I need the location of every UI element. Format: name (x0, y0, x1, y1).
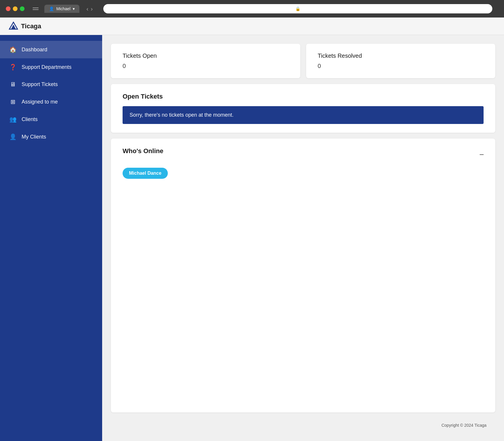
sidebar-item-support-departments[interactable]: ❓ Support Departments (0, 58, 102, 76)
open-tickets-title: Open Tickets (123, 93, 484, 100)
question-icon: ❓ (9, 64, 17, 71)
main-layout: 🏠 Dashboard ❓ Support Departments 🖥 Supp… (0, 35, 504, 441)
sidebar-toggle-button[interactable] (33, 6, 40, 12)
sidebar-item-support-tickets[interactable]: 🖥 Support Tickets (0, 76, 102, 93)
tab-title: Michael (56, 6, 70, 11)
tab-dropdown-icon: ▾ (73, 6, 75, 11)
home-icon: 🏠 (9, 46, 17, 53)
browser-tab[interactable]: 👤 Michael ▾ (44, 5, 79, 13)
forward-button[interactable]: › (91, 6, 93, 12)
sidebar-item-assigned-to-me[interactable]: ⊞ Assigned to me (0, 93, 102, 111)
sidebar: 🏠 Dashboard ❓ Support Departments 🖥 Supp… (0, 35, 102, 441)
logo-text: Ticaga (21, 22, 41, 30)
whos-online-title: Who's Online (123, 147, 163, 155)
tickets-resolved-label: Tickets Resolved (318, 52, 484, 59)
sidebar-label-assigned-to-me: Assigned to me (22, 99, 58, 105)
no-tickets-message: Sorry, there's no tickets open at the mo… (130, 112, 233, 118)
tickets-icon: 🖥 (9, 81, 17, 88)
tickets-open-value: 0 (123, 63, 289, 69)
traffic-lights (6, 6, 25, 11)
maximize-button[interactable] (20, 6, 25, 11)
open-tickets-card: Open Tickets Sorry, there's no tickets o… (111, 84, 495, 133)
online-users-list: Michael Dance (123, 168, 484, 179)
sidebar-item-dashboard[interactable]: 🏠 Dashboard (0, 41, 102, 58)
sidebar-item-clients[interactable]: 👥 Clients (0, 111, 102, 128)
sidebar-item-my-clients[interactable]: 👤 My Clients (0, 128, 102, 146)
logo-area: Ticaga (9, 22, 41, 31)
clients-icon: 👥 (9, 116, 17, 123)
assigned-icon: ⊞ (9, 98, 17, 105)
back-button[interactable]: ‹ (86, 6, 88, 12)
nav-arrows: ‹ › (86, 6, 93, 12)
address-bar[interactable]: 🔒 (103, 4, 492, 13)
no-tickets-banner: Sorry, there's no tickets open at the mo… (123, 106, 484, 124)
sidebar-label-clients: Clients (22, 116, 38, 123)
app-wrapper: Ticaga 🏠 Dashboard ❓ Support Departments… (0, 18, 504, 441)
tickets-resolved-card: Tickets Resolved 0 (306, 44, 496, 78)
logo-icon (9, 22, 18, 31)
my-clients-icon: 👤 (9, 133, 17, 140)
sidebar-label-dashboard: Dashboard (22, 47, 47, 53)
online-user-badge[interactable]: Michael Dance (123, 168, 168, 179)
minimize-button[interactable] (13, 6, 18, 11)
lock-icon: 🔒 (295, 6, 300, 11)
tickets-resolved-value: 0 (318, 63, 484, 69)
top-bar: Ticaga (0, 18, 504, 35)
sidebar-label-support-departments: Support Departments (22, 64, 71, 70)
whos-online-header: Who's Online – (123, 147, 484, 161)
browser-chrome: 👤 Michael ▾ ‹ › 🔒 (0, 0, 504, 18)
tickets-open-card: Tickets Open 0 (111, 44, 300, 78)
tab-profile-icon: 👤 (49, 6, 54, 11)
footer-text: Copyright © 2024 Ticaga (442, 423, 486, 428)
whos-online-card: Who's Online – Michael Dance (111, 139, 495, 412)
stats-row: Tickets Open 0 Tickets Resolved 0 (111, 44, 495, 78)
tickets-open-label: Tickets Open (123, 52, 289, 59)
collapse-button[interactable]: – (480, 150, 484, 158)
sidebar-label-my-clients: My Clients (22, 134, 46, 140)
close-button[interactable] (6, 6, 11, 11)
footer: Copyright © 2024 Ticaga (111, 418, 495, 432)
sidebar-label-support-tickets: Support Tickets (22, 81, 58, 88)
content-area: Tickets Open 0 Tickets Resolved 0 Open T… (102, 35, 504, 441)
